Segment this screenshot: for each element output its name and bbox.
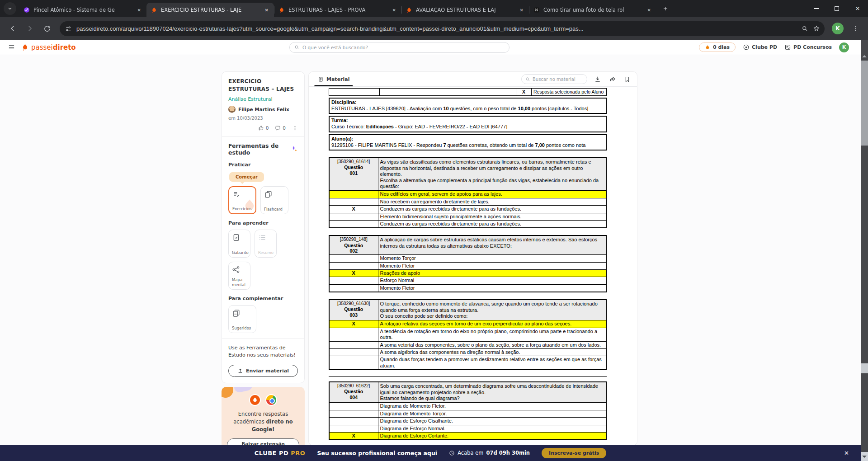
forward-button[interactable] xyxy=(23,21,37,36)
minimize-button[interactable] xyxy=(806,0,826,17)
document-search[interactable] xyxy=(521,74,587,84)
passeidireto-logo[interactable]: passeidireto xyxy=(21,43,76,52)
browser-scrollbar[interactable] xyxy=(861,40,868,461)
bookmark-star-icon[interactable] xyxy=(813,25,820,32)
promo-text-line2: acadêmicas direto no Google! xyxy=(227,418,299,434)
tool-card-resumo[interactable]: Resumo xyxy=(255,230,277,258)
share-button[interactable] xyxy=(608,75,617,84)
answer-mark-cell xyxy=(329,191,378,198)
author-name[interactable]: Filipe Martins Felix xyxy=(238,107,289,112)
browser-tab[interactable]: Pincel Atômico - Sistema de Ge✕ xyxy=(19,3,146,17)
browser-tab[interactable]: EXERCICIO ESTRUTURAS - LAJE✕ xyxy=(146,3,274,17)
tab-close-icon[interactable]: ✕ xyxy=(518,7,525,14)
answer-option-row: Nos edifícios em geral, servem de apoios… xyxy=(329,191,606,198)
question-id-cell: [350290_61630]Questão003 xyxy=(329,300,378,320)
tab-close-icon[interactable]: ✕ xyxy=(263,7,270,14)
tool-card-flashcard[interactable]: Flashcard xyxy=(260,186,288,214)
new-tab-button[interactable] xyxy=(659,2,672,15)
browser-tab[interactable]: ESTRUTURAS - LAJES - PROVA✕ xyxy=(274,3,401,17)
bookmark-button[interactable] xyxy=(623,75,632,84)
download-icon xyxy=(594,75,601,83)
answer-mark-cell: X xyxy=(329,206,378,213)
scrollbar-thumb[interactable] xyxy=(861,61,868,146)
pd-concursos-link[interactable]: PD Concursos xyxy=(784,44,832,51)
countdown-value: 07d 09h 30min xyxy=(486,450,530,456)
answer-text-cell: Conduzem as cargas recebidas diretamente… xyxy=(378,206,606,213)
site-settings-icon[interactable] xyxy=(65,25,72,32)
tab-close-icon[interactable]: ✕ xyxy=(391,7,398,14)
subject-link[interactable]: Análise Estrutural xyxy=(228,96,298,102)
maximize-icon xyxy=(835,6,839,11)
page-rule xyxy=(329,376,607,377)
subscribe-button[interactable]: Inscreva-se grátis xyxy=(542,448,606,458)
question-text-cell: Sob uma carga concentrada, um determinad… xyxy=(378,382,606,403)
pd-flame-icon xyxy=(278,7,285,13)
document-sidebar: EXERCICIO ESTRUTURAS – LAJES Análise Est… xyxy=(222,71,305,461)
tool-card-gabarito[interactable]: Gabarito xyxy=(228,230,250,258)
more-options-button[interactable] xyxy=(292,125,298,131)
question-id: [350290_61630] xyxy=(331,301,376,306)
comment-button[interactable]: 0 xyxy=(275,125,286,131)
header-actions: 0 dias Clube PD PD Concursos K xyxy=(699,42,849,52)
start-tooltip: Começar xyxy=(229,172,264,182)
answer-text-cell: Diagrama de Esforço Cisalhante. xyxy=(378,418,606,425)
browser-tab[interactable]: Como tirar uma foto de tela rol✕ xyxy=(529,3,656,17)
reload-button[interactable] xyxy=(40,21,54,36)
tool-sections: PraticarComeçarExercíciosFlashcardPara a… xyxy=(228,162,298,333)
zoom-indicator-icon[interactable] xyxy=(802,25,808,32)
question-header-row: [350290_61622]Questão004Sob uma carga co… xyxy=(329,382,606,403)
browser-tab[interactable]: AVALIAÇÃO ESTRUTURAS E LAJ✕ xyxy=(401,3,529,17)
maximize-button[interactable] xyxy=(826,0,847,17)
banner-brand: CLUBE PDPRO xyxy=(255,450,306,456)
legend-mark: X xyxy=(516,89,532,96)
upload-date: em 10/03/2023 xyxy=(228,116,263,121)
upload-material-button[interactable]: Enviar material xyxy=(228,365,298,377)
thumbs-up-icon xyxy=(258,125,264,131)
scrollbar-down-arrow[interactable] xyxy=(861,452,868,461)
kebab-menu-icon xyxy=(852,25,859,32)
back-button[interactable] xyxy=(5,21,20,36)
list-icon xyxy=(258,233,267,242)
address-bar[interactable]: passeidireto.com/arquivo/118907024/exerc… xyxy=(60,21,825,36)
scrollbar-up-arrow[interactable] xyxy=(861,52,868,60)
answer-option-row: A soma vetorial das componentes, sobre o… xyxy=(329,341,606,348)
download-button[interactable] xyxy=(593,75,602,84)
kebab-menu-icon xyxy=(292,125,298,131)
document-page: X Resposta selecionada pelo Aluno Discip… xyxy=(309,87,637,445)
scrollbar-marker xyxy=(861,363,868,373)
browser-menu-button[interactable] xyxy=(848,21,863,36)
banner-tagline: Seu sucesso profissional começa aqui xyxy=(317,450,437,456)
question-header-row: [350290_61630]Questão003O torque, conhec… xyxy=(329,300,606,320)
question-word: Questão xyxy=(331,389,376,395)
document-search-input[interactable] xyxy=(533,77,583,82)
answer-option-row: Não recebem carregamento diretamente de … xyxy=(329,198,606,205)
like-button[interactable]: 0 xyxy=(258,125,269,131)
answer-mark-cell xyxy=(329,284,378,292)
browser-profile-avatar[interactable]: K xyxy=(832,23,844,34)
tool-card-mapa-mental[interactable]: Mapa mental xyxy=(228,262,250,290)
hamburger-menu-button[interactable] xyxy=(8,44,15,51)
clube-pd-link[interactable]: Clube PD xyxy=(743,44,777,51)
banner-close-button[interactable]: ✕ xyxy=(844,450,849,456)
close-window-button[interactable]: ✕ xyxy=(847,0,868,17)
tab-close-icon[interactable]: ✕ xyxy=(136,7,143,14)
answer-text-cell: Conduzem as cargas recebidas diretamente… xyxy=(378,220,606,228)
answer-text-cell: Diagrama de Esforço Normal. xyxy=(378,425,606,432)
answer-mark-cell xyxy=(329,403,378,410)
material-tab[interactable]: Material xyxy=(314,72,353,86)
tab-close-icon[interactable]: ✕ xyxy=(646,7,653,14)
author-row: Filipe Martins Felix em 10/03/2023 xyxy=(228,106,298,121)
search-icon xyxy=(525,77,530,82)
user-avatar[interactable]: K xyxy=(839,42,849,52)
site-search-input[interactable] xyxy=(302,45,505,50)
tool-card-exercícios[interactable]: Exercícios xyxy=(228,186,256,214)
tool-card-sugeridos[interactable]: Sugeridos xyxy=(228,305,256,333)
answer-option-row: A soma algébrica das componentes na dire… xyxy=(329,349,606,356)
streak-counter[interactable]: 0 dias xyxy=(699,42,736,52)
answer-option-row: XConduzem as cargas recebidas diretament… xyxy=(329,206,606,213)
tab-search-button[interactable] xyxy=(4,2,16,15)
site-search[interactable] xyxy=(289,42,509,53)
answer-text-cell: A soma algébrica das componentes na dire… xyxy=(378,349,606,356)
like-count: 0 xyxy=(266,125,269,131)
browser-window: Pincel Atômico - Sistema de Ge✕EXERCICIO… xyxy=(0,0,868,461)
